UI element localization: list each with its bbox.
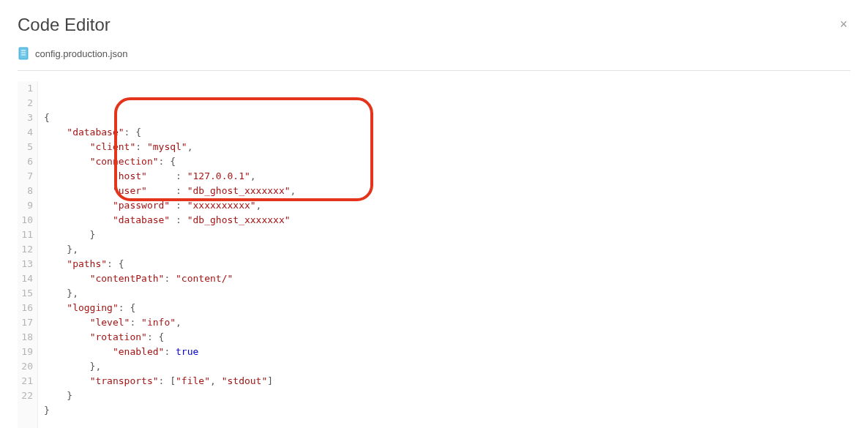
code-line[interactable]: "database" : "db_ghost_xxxxxxx"	[44, 213, 850, 228]
line-number: 14	[18, 271, 33, 286]
code-line[interactable]: "rotation": {	[44, 330, 850, 345]
code-line[interactable]	[44, 418, 850, 428]
code-line[interactable]: },	[44, 242, 850, 257]
line-number: 1	[18, 81, 33, 96]
code-line[interactable]: {	[44, 110, 850, 125]
code-line[interactable]: "contentPath": "content/"	[44, 271, 850, 286]
header: Code Editor ×	[18, 15, 850, 47]
line-number-gutter: 12345678910111213141516171819202122	[18, 81, 38, 428]
line-number: 19	[18, 345, 33, 359]
line-number: 3	[18, 110, 33, 125]
code-line[interactable]: "logging": {	[44, 301, 850, 315]
line-number: 4	[18, 125, 33, 140]
code-line[interactable]: "level": "info",	[44, 315, 850, 330]
line-number: 17	[18, 315, 33, 330]
line-number: 9	[18, 198, 33, 213]
file-breadcrumb: config.production.json	[18, 47, 850, 71]
line-number: 20	[18, 359, 33, 374]
code-line[interactable]: "host" : "127.0.0.1",	[44, 169, 850, 184]
code-line[interactable]: "client": "mysql",	[44, 140, 850, 154]
code-editor-panel: Code Editor × config.production.json 123…	[0, 0, 868, 428]
code-line[interactable]: "transports": ["file", "stdout"]	[44, 374, 850, 388]
code-line[interactable]: "connection": {	[44, 154, 850, 169]
close-icon[interactable]: ×	[837, 15, 850, 34]
line-number: 7	[18, 169, 33, 184]
file-icon	[18, 47, 29, 60]
page-title: Code Editor	[18, 15, 111, 35]
code-line[interactable]: "database": {	[44, 125, 850, 140]
svg-rect-0	[19, 48, 28, 59]
line-number: 16	[18, 301, 33, 315]
line-number: 18	[18, 330, 33, 345]
line-number: 11	[18, 228, 33, 242]
code-line[interactable]: "enabled": true	[44, 345, 850, 359]
code-line[interactable]: },	[44, 359, 850, 374]
code-line[interactable]: "paths": {	[44, 257, 850, 271]
line-number: 22	[18, 388, 33, 403]
line-number: 12	[18, 242, 33, 257]
line-number: 10	[18, 213, 33, 228]
line-number: 5	[18, 140, 33, 154]
code-line[interactable]: }	[44, 228, 850, 242]
line-number: 21	[18, 374, 33, 388]
code-area[interactable]: { "database": { "client": "mysql", "conn…	[38, 81, 850, 428]
line-number: 6	[18, 154, 33, 169]
line-number: 8	[18, 184, 33, 198]
code-line[interactable]: },	[44, 286, 850, 301]
code-line[interactable]: }	[44, 403, 850, 418]
code-line[interactable]: "password" : "xxxxxxxxxx",	[44, 198, 850, 213]
file-name: config.production.json	[35, 48, 127, 59]
line-number: 2	[18, 96, 33, 110]
line-number: 15	[18, 286, 33, 301]
code-line[interactable]: "user" : "db_ghost_xxxxxxx",	[44, 184, 850, 198]
code-line[interactable]: }	[44, 388, 850, 403]
code-editor[interactable]: 12345678910111213141516171819202122 { "d…	[18, 81, 850, 428]
line-number: 13	[18, 257, 33, 271]
